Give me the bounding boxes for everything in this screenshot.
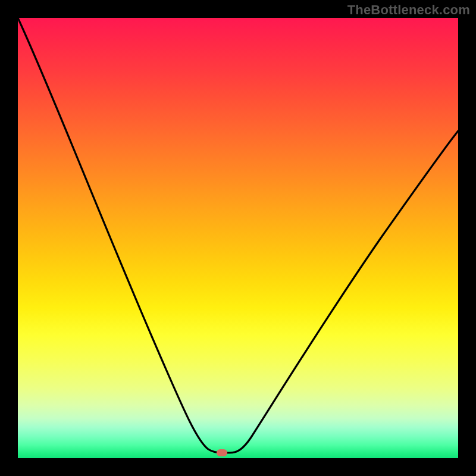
curve-path <box>18 18 458 453</box>
watermark-text: TheBottleneck.com <box>347 2 470 18</box>
optimal-point-marker <box>217 449 227 456</box>
plot-area <box>18 18 458 458</box>
bottleneck-curve <box>18 18 458 458</box>
chart-frame: TheBottleneck.com <box>0 0 476 476</box>
